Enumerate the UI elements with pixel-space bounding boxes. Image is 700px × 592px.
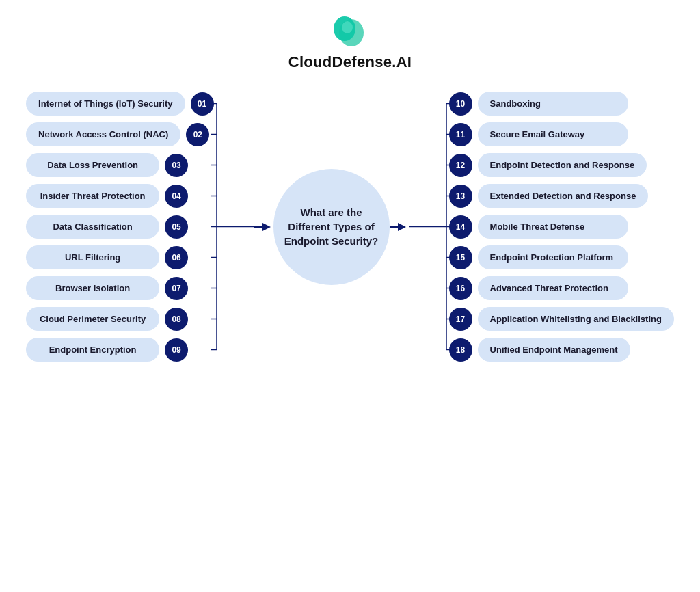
right-item-row: 13Extended Detection and Response [449, 184, 674, 208]
right-connector-lines [409, 92, 446, 362]
diagram: Internet of Things (IoT) Security01Netwo… [7, 92, 693, 362]
left-badge: 09 [165, 338, 188, 362]
left-item-row: URL Filtering06 [26, 245, 213, 269]
left-item-row: Insider Threat Protection04 [26, 184, 213, 208]
right-item-row: 16Advanced Threat Protection [449, 276, 674, 300]
left-pill: Network Access Control (NAC) [26, 122, 180, 146]
left-badge: 07 [165, 277, 188, 300]
left-badge: 06 [165, 246, 188, 269]
left-pill: Endpoint Encryption [26, 338, 159, 362]
left-pill: Browser Isolation [26, 276, 159, 300]
right-pill: Extended Detection and Response [478, 184, 649, 208]
right-pill: Advanced Threat Protection [478, 276, 628, 300]
center-circle: What are the Different Types of Endpoint… [273, 169, 390, 285]
brand-title: CloudDefense.AI [288, 53, 412, 71]
right-badge: 11 [449, 123, 472, 146]
left-item-row: Browser Isolation07 [26, 276, 213, 300]
right-item-row: 11Secure Email Gateway [449, 122, 674, 146]
header: CloudDefense.AI [288, 14, 412, 71]
left-badge: 05 [165, 215, 188, 239]
right-items: 10Sandboxing11Secure Email Gateway12Endp… [449, 92, 674, 362]
left-pill: Cloud Perimeter Security [26, 307, 159, 331]
right-badge: 14 [449, 215, 472, 239]
logo-icon [329, 14, 371, 48]
right-item-row: 10Sandboxing [449, 92, 674, 116]
left-badge: 02 [186, 123, 209, 146]
left-item-row: Data Loss Prevention03 [26, 153, 213, 177]
right-badge: 18 [449, 338, 472, 362]
right-pill: Application Whitelisting and Blacklistin… [478, 307, 674, 331]
right-pill: Mobile Threat Defense [478, 215, 628, 239]
right-item-row: 17Application Whitelisting and Blacklist… [449, 307, 674, 331]
left-connector-lines [217, 92, 254, 362]
svg-point-2 [342, 21, 353, 33]
left-pill: Insider Threat Protection [26, 184, 159, 208]
left-item-row: Endpoint Encryption09 [26, 338, 213, 362]
right-badge: 17 [449, 308, 472, 331]
left-badge: 01 [191, 92, 214, 116]
left-badge: 03 [165, 154, 188, 177]
page-wrapper: CloudDefense.AI Internet of Things (IoT)… [0, 0, 700, 592]
right-pill: Secure Email Gateway [478, 122, 628, 146]
arrow-center-to-right [390, 220, 409, 234]
left-items: Internet of Things (IoT) Security01Netwo… [26, 92, 213, 362]
left-item-row: Data Classification05 [26, 215, 213, 239]
right-pill: Endpoint Protection Platform [478, 245, 628, 269]
left-badge: 04 [165, 185, 188, 208]
right-badge: 16 [449, 277, 472, 300]
left-item-row: Cloud Perimeter Security08 [26, 307, 213, 331]
center-text: What are the Different Types of Endpoint… [284, 205, 379, 248]
left-item-row: Internet of Things (IoT) Security01 [26, 92, 213, 116]
left-badge: 08 [165, 308, 188, 331]
right-pill: Sandboxing [478, 92, 628, 116]
center-block: What are the Different Types of Endpoint… [254, 169, 409, 285]
left-pill: Data Classification [26, 215, 159, 239]
right-item-row: 12Endpoint Detection and Response [449, 153, 674, 177]
right-pill: Unified Endpoint Management [478, 338, 630, 362]
left-pill: URL Filtering [26, 245, 159, 269]
left-item-row: Network Access Control (NAC)02 [26, 122, 213, 146]
right-item-row: 18Unified Endpoint Management [449, 338, 674, 362]
right-item-row: 14Mobile Threat Defense [449, 215, 674, 239]
right-badge: 15 [449, 246, 472, 269]
arrow-right-to-center [254, 220, 273, 234]
left-pill: Data Loss Prevention [26, 153, 159, 177]
right-badge: 10 [449, 92, 472, 116]
right-item-row: 15Endpoint Protection Platform [449, 245, 674, 269]
right-badge: 13 [449, 185, 472, 208]
left-pill: Internet of Things (IoT) Security [26, 92, 185, 116]
right-badge: 12 [449, 154, 472, 177]
right-pill: Endpoint Detection and Response [478, 153, 647, 177]
